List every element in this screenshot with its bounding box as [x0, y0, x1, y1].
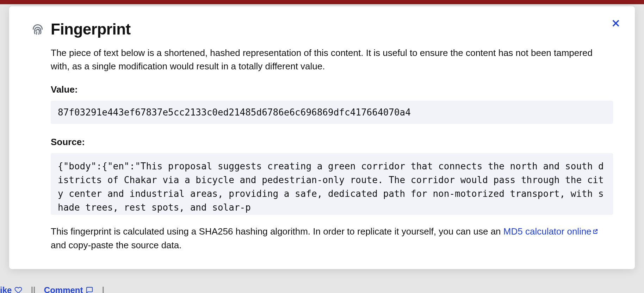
- fingerprint-modal: Fingerprint The piece of text below is a…: [9, 6, 635, 269]
- modal-backdrop: Fingerprint The piece of text below is a…: [0, 0, 644, 293]
- footnote-link-text: MD5 calculator online: [503, 226, 592, 237]
- source-label: Source:: [51, 137, 613, 148]
- close-button[interactable]: [609, 16, 623, 30]
- modal-title: Fingerprint: [51, 20, 131, 38]
- external-link-icon: [592, 228, 599, 235]
- modal-description: The piece of text below is a shortened, …: [51, 46, 613, 73]
- md5-calculator-link[interactable]: MD5 calculator online: [503, 226, 599, 237]
- modal-header: Fingerprint: [31, 20, 613, 38]
- fingerprint-source: {"body":{"en":"This proposal suggests cr…: [51, 153, 613, 215]
- footnote: This fingerprint is calculated using a S…: [51, 225, 613, 252]
- footnote-prefix: This fingerprint is calculated using a S…: [51, 226, 503, 237]
- fingerprint-icon: [31, 23, 44, 36]
- value-label: Value:: [51, 84, 613, 95]
- fingerprint-value: 87f03291e443ef67837e5cc2133c0ed21485d678…: [51, 101, 613, 124]
- modal-content: The piece of text below is a shortened, …: [31, 46, 613, 252]
- footnote-suffix: and copy-paste the source data.: [51, 240, 181, 250]
- close-icon: [611, 18, 621, 28]
